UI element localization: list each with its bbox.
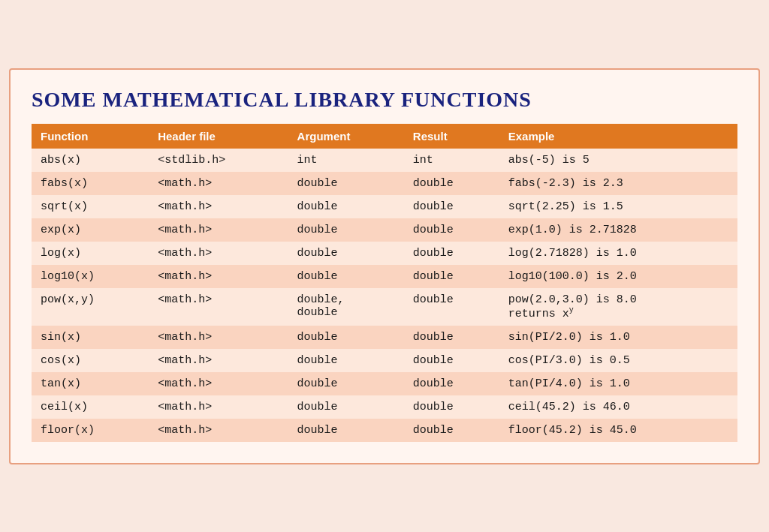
cell-example: cos(PI/3.0) is 0.5 [499,349,737,372]
table-row: ceil(x)<math.h>doubledoubleceil(45.2) is… [32,395,737,419]
cell-function: log10(x) [32,265,149,288]
cell-result: double [404,265,499,288]
col-header-example: Example [499,124,737,149]
col-header-argument: Argument [288,124,404,149]
col-header-header-file: Header file [149,124,288,149]
table-row: fabs(x)<math.h>doubledoublefabs(-2.3) is… [32,172,737,195]
cell-result: double [404,372,499,395]
cell-result: double [404,326,499,349]
cell-example: fabs(-2.3) is 2.3 [499,172,737,195]
cell-example: tan(PI/4.0) is 1.0 [499,372,737,395]
cell-example: sin(PI/2.0) is 1.0 [499,326,737,349]
cell-function: sqrt(x) [32,195,149,218]
cell-function: abs(x) [32,149,149,172]
cell-header-file: <math.h> [149,172,288,195]
cell-argument: double [288,265,404,288]
table-row: log(x)<math.h>doubledoublelog(2.71828) i… [32,242,737,265]
page-title: Some Mathematical Library Functions [32,88,737,112]
cell-header-file: <math.h> [149,349,288,372]
cell-example: sqrt(2.25) is 1.5 [499,195,737,218]
table-row: sin(x)<math.h>doubledoublesin(PI/2.0) is… [32,326,737,349]
cell-argument: double [288,172,404,195]
cell-example: ceil(45.2) is 46.0 [499,395,737,419]
cell-argument: double [288,242,404,265]
cell-result: double [404,242,499,265]
main-card: Some Mathematical Library Functions Func… [9,68,760,464]
cell-result: double [404,395,499,419]
cell-header-file: <stdlib.h> [149,149,288,172]
cell-header-file: <math.h> [149,195,288,218]
cell-result: double [404,419,499,442]
cell-argument: double [288,326,404,349]
cell-function: pow(x,y) [32,288,149,326]
table-row: exp(x)<math.h>doubledoubleexp(1.0) is 2.… [32,218,737,242]
table-row: log10(x)<math.h>doubledoublelog10(100.0)… [32,265,737,288]
cell-header-file: <math.h> [149,288,288,326]
functions-table: Function Header file Argument Result Exa… [32,124,737,442]
col-header-result: Result [404,124,499,149]
cell-example: floor(45.2) is 45.0 [499,419,737,442]
cell-result: double [404,349,499,372]
cell-argument: double [288,419,404,442]
table-row: sqrt(x)<math.h>doubledoublesqrt(2.25) is… [32,195,737,218]
cell-function: exp(x) [32,218,149,242]
cell-argument: double [288,218,404,242]
cell-function: ceil(x) [32,395,149,419]
table-row: tan(x)<math.h>doubledoubletan(PI/4.0) is… [32,372,737,395]
cell-header-file: <math.h> [149,218,288,242]
table-row: abs(x)<stdlib.h>intintabs(-5) is 5 [32,149,737,172]
cell-argument: double [288,372,404,395]
cell-function: sin(x) [32,326,149,349]
table-row: pow(x,y)<math.h>double,doubledoublepow(2… [32,288,737,326]
cell-example: exp(1.0) is 2.71828 [499,218,737,242]
cell-result: double [404,218,499,242]
cell-argument: double [288,195,404,218]
cell-argument: int [288,149,404,172]
cell-function: cos(x) [32,349,149,372]
cell-function: log(x) [32,242,149,265]
cell-header-file: <math.h> [149,265,288,288]
cell-result: int [404,149,499,172]
cell-function: floor(x) [32,419,149,442]
table-row: cos(x)<math.h>doubledoublecos(PI/3.0) is… [32,349,737,372]
cell-function: tan(x) [32,372,149,395]
cell-header-file: <math.h> [149,419,288,442]
cell-header-file: <math.h> [149,326,288,349]
cell-example: pow(2.0,3.0) is 8.0returns xy [499,288,737,326]
cell-header-file: <math.h> [149,372,288,395]
cell-result: double [404,288,499,326]
cell-function: fabs(x) [32,172,149,195]
cell-argument: double [288,395,404,419]
cell-result: double [404,172,499,195]
cell-result: double [404,195,499,218]
table-header-row: Function Header file Argument Result Exa… [32,124,737,149]
cell-argument: double [288,349,404,372]
cell-header-file: <math.h> [149,242,288,265]
cell-argument: double,double [288,288,404,326]
cell-example: log10(100.0) is 2.0 [499,265,737,288]
col-header-function: Function [32,124,149,149]
cell-header-file: <math.h> [149,395,288,419]
cell-example: log(2.71828) is 1.0 [499,242,737,265]
cell-example: abs(-5) is 5 [499,149,737,172]
table-row: floor(x)<math.h>doubledoublefloor(45.2) … [32,419,737,442]
